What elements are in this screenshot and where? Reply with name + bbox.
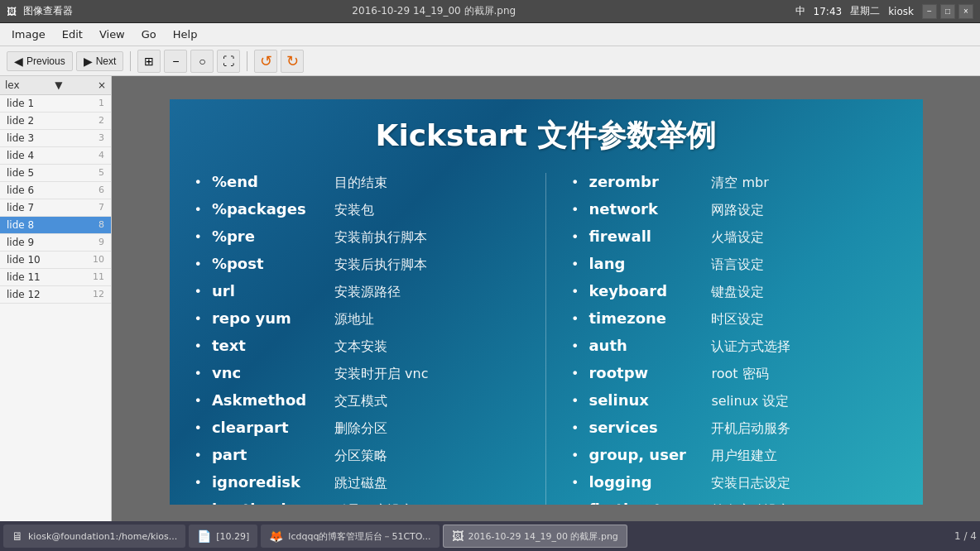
slide12-num: 12 [93,289,104,300]
cmd-timezone: timezone [588,309,704,327]
app-icon: 🖼 [7,6,17,17]
desc-lang: 语言设定 [711,256,764,274]
rotate-right-button[interactable]: ↻ [281,50,304,73]
bullet-icon: • [571,502,579,505]
minimize-button[interactable]: − [922,4,937,19]
sidebar-item-slide11[interactable]: lide 11 11 [0,269,111,286]
clock: 17:43 [814,6,843,17]
fullscreen-button[interactable]: ⛶ [217,50,240,73]
list-item: • auth 认证方式选择 [571,337,898,356]
taskbar-item-imageviewer[interactable]: 🖼 2016-10-29 14_19_00 的截屏.png [443,525,627,548]
desc-part: 分区策略 [334,448,387,465]
sidebar-item-slide9[interactable]: lide 9 9 [0,234,111,252]
toolbar: ◀ Previous ▶ Next ⊞ − ○ ⛶ ↺ ↻ [0,46,980,76]
menu-help[interactable]: Help [165,25,206,44]
list-item: • %end 目的结束 [195,173,521,192]
cmd-askmethod: Askmethod [212,391,328,409]
desc-auth: 认证方式选择 [711,338,790,356]
list-item: • network 网路设定 [571,200,898,219]
zoom-fit-button[interactable]: ○ [190,50,214,73]
maximize-button[interactable]: □ [940,4,955,19]
taskbar-item-editor[interactable]: 📄 [10.29] [189,525,257,548]
bullet-icon: • [571,475,579,491]
desc-end: 目的结束 [334,175,387,192]
cmd-rootpw: rootpw [588,364,704,381]
menu-view[interactable]: View [91,25,133,44]
list-item: • selinux selinux 设定 [571,391,898,410]
previous-button[interactable]: ◀ Previous [7,51,73,71]
sidebar-item-slide4[interactable]: lide 4 4 [0,147,111,165]
slide10-num: 10 [93,254,104,266]
desc-askmethod: 交互模式 [334,393,387,410]
rotate-left-button[interactable]: ↺ [254,50,277,73]
title-bar-right: 中 17:43 星期二 kiosk − □ × [795,4,973,19]
sidebar-header: lex ▼ × [0,76,111,95]
list-item: • lang 语言设定 [571,255,898,274]
bullet-icon: • [195,284,202,299]
list-item: • bootloader 引导程序设定 [195,501,521,505]
bullet-icon: • [195,366,202,381]
list-item: • clearpart 删除分区 [195,419,521,438]
fit-page-button[interactable]: ⊞ [137,50,161,73]
cmd-keyboard: keyboard [588,282,704,299]
toolbar-separator [130,51,131,71]
desc-pre: 安装前执行脚本 [334,229,427,247]
menu-go[interactable]: Go [133,25,165,44]
taskbar-item-browser[interactable]: 🦊 lcdqqq的博客管理后台－51CTO... [261,525,439,548]
zoom-out-button[interactable]: − [164,50,187,73]
sidebar-item-slide7[interactable]: lide 7 7 [0,199,111,217]
list-item: • %pre 安装前执行脚本 [195,228,521,247]
sidebar-dropdown-icon[interactable]: ▼ [55,79,62,91]
bullet-icon: • [571,311,579,327]
menu-image[interactable]: Image [3,25,54,44]
list-item: • keyboard 键盘设定 [571,282,898,301]
cmd-auth: auth [588,337,704,354]
taskbar-terminal-label: kiosk@foundation1:/home/kios... [28,531,177,542]
desc-zerombr: 清空 mbr [711,175,768,192]
bullet-icon: • [195,448,202,463]
cmd-end: %end [212,173,328,190]
slide2-label: lide 2 [7,115,34,127]
slide5-label: lide 5 [7,167,34,179]
sidebar-item-slide10[interactable]: lide 10 10 [0,252,111,269]
bullet-icon: • [195,256,202,272]
sidebar-item-slide3[interactable]: lide 3 3 [0,130,111,147]
sidebar-item-slide5[interactable]: lide 5 5 [0,165,111,182]
sidebar-item-slide2[interactable]: lide 2 2 [0,113,111,130]
close-button[interactable]: × [958,4,973,19]
cmd-bootloader: bootloader [212,501,328,505]
cmd-packages: %packages [212,200,328,218]
cmd-lang: lang [588,255,704,272]
slide-right-column: • zerombr 清空 mbr • network 网路设定 • firewa… [571,173,898,505]
day: 星期二 [850,4,880,18]
list-item: • vnc 安装时开启 vnc [195,364,521,383]
list-item: • services 开机启动服务 [571,419,898,438]
cmd-zerombr: zerombr [588,173,704,190]
bullet-icon: • [195,311,202,327]
list-item: • %packages 安装包 [195,200,521,219]
taskbar-page: 1 / 4 [954,530,977,542]
slide1-num: 1 [98,98,104,109]
bullet-icon: • [571,420,579,436]
cmd-pre: %pre [212,228,328,245]
sidebar-item-slide6[interactable]: lide 6 6 [0,182,111,199]
sidebar-close-icon[interactable]: × [98,79,106,91]
bullet-icon: • [195,229,202,245]
taskbar-browser-label: lcdqqq的博客管理后台－51CTO... [288,530,430,543]
list-item: • text 文本安装 [195,337,521,356]
slide-title: Kickstart 文件参数举例 [170,99,923,165]
desc-timezone: 时区设定 [711,311,764,328]
sidebar-item-slide1[interactable]: lide 1 1 [0,95,111,113]
slide10-label: lide 10 [7,254,41,266]
cmd-firewall: firewall [588,228,704,245]
list-item: • rootpw root 密码 [571,364,898,383]
bullet-icon: • [195,202,202,218]
next-button[interactable]: ▶ Next [76,51,124,71]
desc-packages: 安装包 [334,202,374,219]
sidebar-item-slide8[interactable]: lide 8 8 [0,217,111,234]
menu-edit[interactable]: Edit [54,25,91,44]
sidebar-item-slide12[interactable]: lide 12 12 [0,286,111,304]
desc-ignoredisk: 跳过磁盘 [334,475,387,492]
title-bar-left: 🖼 图像查看器 [7,4,73,18]
taskbar-item-terminal[interactable]: 🖥 kiosk@foundation1:/home/kios... [3,525,185,548]
